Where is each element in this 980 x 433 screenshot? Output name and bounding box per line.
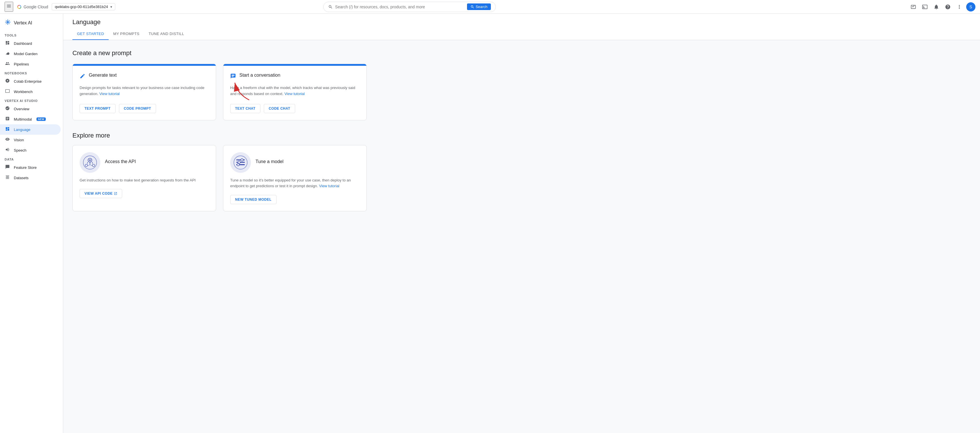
generate-text-actions: TEXT PROMPT CODE PROMPT [80,104,209,113]
project-id-text: qwiklabs-gcp-00-611d5e381b24 [55,5,108,9]
tune-card-desc: Tune a model so it's better equipped for… [230,178,360,190]
api-card-desc: Get instructions on how to make text gen… [80,178,209,184]
speech-icon [5,147,10,153]
header-icons: S [909,2,975,11]
pencil-icon [80,73,85,80]
sidebar-item-feature-store[interactable]: Feature Store [0,162,60,173]
view-api-code-button[interactable]: VIEW API CODE [80,189,122,198]
generate-text-card: Generate text Design prompts for tasks r… [72,64,216,120]
tab-tune-and-distill[interactable]: TUNE AND DISTILL [144,28,189,40]
code-chat-button[interactable]: CODE CHAT [264,104,295,113]
sidebar-item-speech[interactable]: Speech [0,145,60,155]
tune-card-title: Tune a model [256,159,283,164]
code-prompt-button[interactable]: CODE PROMPT [119,104,156,113]
sidebar-item-colab-enterprise[interactable]: Colab Enterprise [0,76,60,86]
external-link-icon [114,192,117,195]
svg-line-8 [9,20,10,21]
tune-card-body: Tune a model so it's better equipped for… [230,178,360,190]
multimodal-icon [5,116,10,122]
sidebar-item-datasets[interactable]: Datasets [0,173,60,183]
search-input[interactable] [335,5,465,9]
project-selector[interactable]: qwiklabs-gcp-00-611d5e381b24 ▾ [52,3,115,10]
conversation-card-title: Start a conversation [239,73,280,78]
sidebar-item-feature-store-label: Feature Store [14,165,37,170]
sidebar-item-model-garden[interactable]: Model Garden [0,49,60,59]
tab-my-prompts[interactable]: MY PROMPTS [109,28,144,40]
cloud-shell-button[interactable] [920,2,929,11]
search-button[interactable]: Search [467,3,491,10]
tune-tutorial-link[interactable]: View tutorial [319,184,339,188]
sidebar-item-language[interactable]: Language [0,124,60,135]
language-icon [5,127,10,132]
tune-card-header: Tune a model [230,152,360,173]
workbench-icon [5,89,10,94]
api-access-card: Access the API Get instructions on how t… [72,145,216,212]
new-badge: NEW [37,117,46,121]
search-icon [328,5,333,9]
data-section-label: DATA [0,155,63,162]
main-content: Language GET STARTED MY PROMPTS TUNE AND… [63,14,980,433]
svg-line-7 [6,23,7,24]
sidebar-item-multimodal[interactable]: Multimodal NEW [0,114,60,124]
search-button-label: Search [476,5,487,9]
sidebar-brand: Vertex AI [0,16,63,31]
sidebar-item-pipelines[interactable]: Pipelines [0,59,60,69]
sidebar-brand-label: Vertex AI [14,21,32,25]
global-search-bar: Search [323,2,496,12]
hamburger-menu-button[interactable] [5,2,13,12]
api-illustration-icon [83,155,97,170]
sidebar-item-workbench[interactable]: Workbench [0,86,60,97]
console-icon-button[interactable] [909,2,918,11]
help-button[interactable] [943,2,952,11]
sidebar-item-overview[interactable]: Overview [0,104,60,114]
sidebar-item-model-garden-label: Model Garden [14,52,37,56]
sidebar-item-vision[interactable]: Vision [0,135,60,145]
pipelines-icon [5,61,10,67]
api-card-title: Access the API [105,159,136,164]
sidebar-item-multimodal-label: Multimodal [14,117,32,121]
prompt-cards-row: Generate text Design prompts for tasks r… [72,64,971,120]
sidebar-item-dashboard[interactable]: Dashboard [0,38,60,49]
sidebar-item-dashboard-label: Dashboard [14,41,32,46]
create-prompt-title: Create a new prompt [72,49,971,57]
start-conversation-card: Start a conversation Have a freeform cha… [223,64,367,120]
text-prompt-button[interactable]: TEXT PROMPT [80,104,116,113]
vertex-studio-section-label: VERTEX AI STUDIO [0,97,63,104]
svg-point-12 [89,159,91,161]
overview-icon [5,106,10,112]
user-avatar[interactable]: S [966,2,975,11]
feature-store-icon [5,165,10,170]
text-chat-button[interactable]: TEXT CHAT [230,104,260,113]
vertex-ai-icon [5,19,11,27]
conversation-card-body: Start a conversation Have a freeform cha… [223,66,366,120]
generate-text-card-header: Generate text [80,73,209,80]
sidebar-item-language-label: Language [14,127,30,132]
sidebar: Vertex AI TOOLS Dashboard Model Garden P… [0,14,63,433]
svg-point-24 [237,163,239,166]
more-options-button[interactable] [955,2,964,11]
notifications-button[interactable] [932,2,941,11]
conversation-tutorial-link[interactable]: View tutorial [285,92,305,96]
main-header: Language GET STARTED MY PROMPTS TUNE AND… [63,14,980,40]
notebooks-section-label: NOTEBOOKS [0,69,63,76]
sidebar-item-colab-label: Colab Enterprise [14,79,42,84]
api-card-header: Access the API [80,152,209,173]
sidebar-item-datasets-label: Datasets [14,176,29,180]
new-tuned-model-button[interactable]: NEW TUNED MODEL [230,195,277,204]
tabs-container: GET STARTED MY PROMPTS TUNE AND DISTILL [72,28,971,40]
tune-model-card: Tune a model Tune a model so it's better… [223,145,367,212]
dashboard-icon [5,40,10,46]
google-cloud-logo: Google Cloud [17,4,48,10]
chat-icon [230,73,236,80]
explore-cards-row: Access the API Get instructions on how t… [72,145,971,212]
page-title: Language [72,14,971,26]
generate-text-card-body: Generate text Design prompts for tasks r… [73,66,216,120]
content-area: Create a new prompt Generate text Desi [63,40,980,220]
tools-section-label: TOOLS [0,31,63,38]
sidebar-item-overview-label: Overview [14,107,29,111]
chevron-down-icon: ▾ [110,5,112,9]
conversation-card-desc: Have a freeform chat with the model, whi… [230,85,360,97]
generate-text-tutorial-link[interactable]: View tutorial [99,92,120,96]
tab-get-started[interactable]: GET STARTED [72,28,109,40]
api-icon-container [80,152,100,173]
